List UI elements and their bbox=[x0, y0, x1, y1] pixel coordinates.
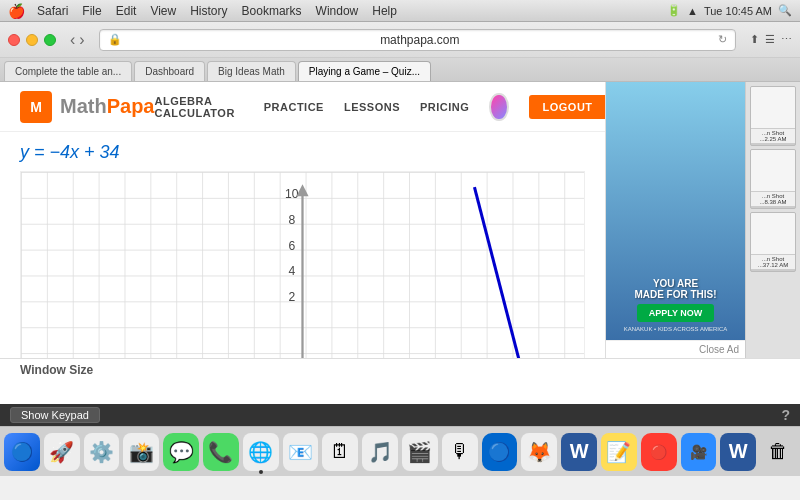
sidebar-toggle-icon[interactable]: ☰ bbox=[765, 33, 775, 46]
keypad-bar: Show Keypad ? bbox=[0, 404, 800, 426]
share-icon[interactable]: ⬆ bbox=[750, 33, 759, 46]
dock-firefox[interactable]: 🦊 bbox=[521, 433, 557, 471]
mac-dock: 🔵 🚀 ⚙️ 📸 💬 📞 🌐 📧 🗓 🎵 🎬 🎙 🔵 🦊 W 📝 🔴 🎥 W 🗑 bbox=[0, 426, 800, 476]
dock-calendar[interactable]: 🗓 bbox=[322, 433, 358, 471]
svg-text:2: 2 bbox=[288, 290, 295, 304]
logo-icon: M bbox=[20, 91, 52, 123]
ad-headline-1: YOU ARE bbox=[634, 278, 716, 289]
more-icon[interactable]: ⋯ bbox=[781, 33, 792, 46]
url-display: mathpapa.com bbox=[122, 33, 718, 47]
tabs-bar: Complete the table an... Dashboard Big I… bbox=[0, 58, 800, 82]
screenshot-thumb-2[interactable]: ...n Shot ...37.12 AM bbox=[750, 212, 796, 272]
tab-0[interactable]: Complete the table an... bbox=[4, 61, 132, 81]
help-button[interactable]: ? bbox=[781, 407, 790, 423]
svg-text:6: 6 bbox=[288, 239, 295, 253]
header-nav: ALGEBRA CALCULATOR PRACTICE LESSONS PRIC… bbox=[154, 93, 605, 121]
nav-lessons[interactable]: LESSONS bbox=[344, 101, 400, 113]
bookmarks-menu[interactable]: Bookmarks bbox=[242, 4, 302, 18]
tab-1[interactable]: Dashboard bbox=[134, 61, 205, 81]
dock-launchpad[interactable]: 🚀 bbox=[44, 433, 80, 471]
reload-icon[interactable]: ↻ bbox=[718, 33, 727, 46]
window-menu[interactable]: Window bbox=[316, 4, 359, 18]
screenshots-panel: ...n Shot ...2.25 AM ...n Shot ...8.38 A… bbox=[745, 82, 800, 358]
dock-messages[interactable]: 💬 bbox=[163, 433, 199, 471]
dock-music[interactable]: 🎵 bbox=[362, 433, 398, 471]
nav-practice[interactable]: PRACTICE bbox=[264, 101, 324, 113]
dock-facetime[interactable]: 📞 bbox=[203, 433, 239, 471]
graph-canvas: -10 -8 -6 -4 -2 2 4 6 8 10 10 8 6 4 2 -2… bbox=[20, 171, 585, 358]
dock-mail[interactable]: 📧 bbox=[283, 433, 319, 471]
dock-safari[interactable]: 🌐 bbox=[243, 433, 279, 471]
view-menu[interactable]: View bbox=[150, 4, 176, 18]
window-size-label: Window Size bbox=[20, 363, 93, 377]
right-panel: YOU ARE MADE FOR THIS! APPLY NOW KANAKUK… bbox=[605, 82, 800, 358]
nav-pricing[interactable]: PRICING bbox=[420, 101, 469, 113]
dock-trash[interactable]: 🗑 bbox=[760, 433, 796, 471]
dock-zoom[interactable]: 🎥 bbox=[681, 433, 717, 471]
svg-text:8: 8 bbox=[288, 213, 295, 227]
user-avatar[interactable] bbox=[489, 93, 508, 121]
show-keypad-button[interactable]: Show Keypad bbox=[10, 407, 100, 423]
dock-word2[interactable]: W bbox=[720, 433, 756, 471]
dock-word[interactable]: W bbox=[561, 433, 597, 471]
screenshot-thumb-0[interactable]: ...n Shot ...2.25 AM bbox=[750, 86, 796, 146]
forward-button[interactable]: › bbox=[79, 32, 84, 48]
time-display: Tue 10:45 AM bbox=[704, 5, 772, 17]
graph-section: y = −4x + 34 bbox=[0, 132, 605, 358]
mathpapa-logo: M MathPapa bbox=[20, 91, 154, 123]
maximize-window-button[interactable] bbox=[44, 34, 56, 46]
address-bar[interactable]: 🔒 mathpapa.com ↻ bbox=[99, 29, 736, 51]
dock-finder[interactable]: 🔵 bbox=[4, 433, 40, 471]
svg-text:10: 10 bbox=[285, 187, 299, 201]
wifi-icon: ▲ bbox=[687, 5, 698, 17]
ad-panel: YOU ARE MADE FOR THIS! APPLY NOW KANAKUK… bbox=[605, 82, 745, 358]
battery-icon: 🔋 bbox=[667, 4, 681, 17]
search-icon[interactable]: 🔍 bbox=[778, 4, 792, 17]
tab-3-active[interactable]: Playing a Game – Quiz... bbox=[298, 61, 431, 81]
equation-display: y = −4x + 34 bbox=[20, 142, 585, 163]
svg-text:4: 4 bbox=[288, 264, 295, 278]
dock-appstore[interactable]: 🔵 bbox=[482, 433, 518, 471]
dock-podcasts[interactable]: 🎙 bbox=[442, 433, 478, 471]
file-menu[interactable]: File bbox=[82, 4, 101, 18]
browser-toolbar: ‹ › 🔒 mathpapa.com ↻ ⬆ ☰ ⋯ bbox=[0, 22, 800, 58]
ad-headline-2: MADE FOR THIS! bbox=[634, 289, 716, 300]
ad-apply-button[interactable]: APPLY NOW bbox=[637, 304, 715, 322]
page-content-area: M MathPapa ALGEBRA CALCULATOR PRACTICE L… bbox=[0, 82, 800, 358]
history-menu[interactable]: History bbox=[190, 4, 227, 18]
bottom-section: Window Size bbox=[0, 358, 800, 404]
close-window-button[interactable] bbox=[8, 34, 20, 46]
dock-notes[interactable]: 📝 bbox=[601, 433, 637, 471]
dock-notification[interactable]: 🔴 bbox=[641, 433, 677, 471]
ad-image: YOU ARE MADE FOR THIS! APPLY NOW KANAKUK… bbox=[606, 82, 745, 340]
browser-chrome: ‹ › 🔒 mathpapa.com ↻ ⬆ ☰ ⋯ Complete the … bbox=[0, 22, 800, 82]
dock-preferences[interactable]: ⚙️ bbox=[84, 433, 120, 471]
logout-button[interactable]: LOGOUT bbox=[529, 95, 605, 119]
dock-itunes[interactable]: 🎬 bbox=[402, 433, 438, 471]
tab-2[interactable]: Big Ideas Math bbox=[207, 61, 296, 81]
edit-menu[interactable]: Edit bbox=[116, 4, 137, 18]
mac-topbar: 🍎 Safari File Edit View History Bookmark… bbox=[0, 0, 800, 22]
logo-text: MathPapa bbox=[60, 95, 154, 118]
close-ad-button[interactable]: Close Ad bbox=[606, 340, 745, 358]
mathpapa-header: M MathPapa ALGEBRA CALCULATOR PRACTICE L… bbox=[0, 82, 605, 132]
dock-photos[interactable]: 📸 bbox=[123, 433, 159, 471]
help-menu[interactable]: Help bbox=[372, 4, 397, 18]
minimize-window-button[interactable] bbox=[26, 34, 38, 46]
lock-icon: 🔒 bbox=[108, 33, 122, 46]
safari-menu[interactable]: Safari bbox=[37, 4, 68, 18]
ad-sponsor: KANAKUK • KIDS ACROSS AMERICA bbox=[624, 326, 727, 332]
nav-algebra-calculator[interactable]: ALGEBRA CALCULATOR bbox=[154, 95, 243, 119]
back-button[interactable]: ‹ bbox=[70, 32, 75, 48]
screenshot-thumb-1[interactable]: ...n Shot ...8.38 AM bbox=[750, 149, 796, 209]
apple-menu[interactable]: 🍎 bbox=[8, 3, 25, 19]
mathpapa-page: M MathPapa ALGEBRA CALCULATOR PRACTICE L… bbox=[0, 82, 605, 358]
